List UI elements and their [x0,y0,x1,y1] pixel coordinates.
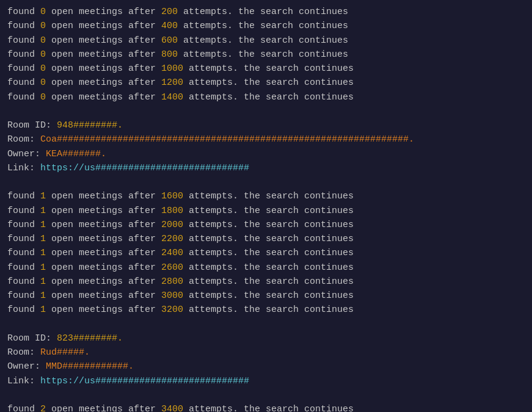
log-line-10: found 1 open meetings after 2000 attempt… [7,218,525,232]
room2-id-line: Room ID: 823########. [7,331,525,345]
room1-link-line: Link: https://us########################… [7,161,525,175]
log-line-1: found 0 open meetings after 200 attempts… [7,5,525,19]
blank-line-3 [7,317,525,331]
log-line-6: found 0 open meetings after 1200 attempt… [7,76,525,90]
log-line-13: found 1 open meetings after 2600 attempt… [7,261,525,275]
blank-line-4 [7,388,525,402]
log-line-17: found 2 open meetings after 3400 attempt… [7,402,525,412]
log-line-3: found 0 open meetings after 600 attempts… [7,34,525,48]
terminal-output: found 0 open meetings after 200 attempts… [7,5,525,412]
room2-room-line: Room: Rud#####. [7,345,525,360]
log-line-4: found 0 open meetings after 800 attempts… [7,48,525,62]
log-line-2: found 0 open meetings after 400 attempts… [7,19,525,33]
room2-link-line: Link: https://us########################… [7,374,525,388]
blank-line-2 [7,175,525,189]
log-line-9: found 1 open meetings after 1800 attempt… [7,204,525,218]
room1-id-line: Room ID: 948########. [7,118,525,132]
log-line-11: found 1 open meetings after 2200 attempt… [7,232,525,246]
log-line-15: found 1 open meetings after 3000 attempt… [7,289,525,303]
log-line-14: found 1 open meetings after 2800 attempt… [7,275,525,289]
blank-line-1 [7,104,525,118]
room1-owner-line: Owner: KEA#######. [7,147,525,161]
log-line-8: found 1 open meetings after 1600 attempt… [7,189,525,203]
log-line-5: found 0 open meetings after 1000 attempt… [7,62,525,76]
log-line-7: found 0 open meetings after 1400 attempt… [7,90,525,104]
log-line-12: found 1 open meetings after 2400 attempt… [7,246,525,260]
log-line-16: found 1 open meetings after 3200 attempt… [7,303,525,317]
room1-room-line: Room: Coa###############################… [7,132,525,146]
room2-owner-line: Owner: MMD############. [7,360,525,374]
